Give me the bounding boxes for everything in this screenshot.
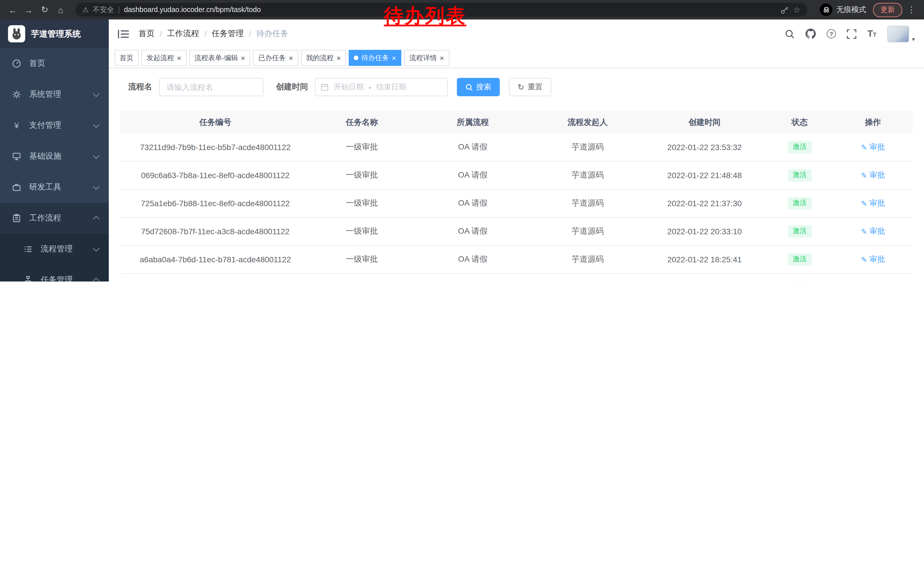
tab-todo-task[interactable]: 待办任务 × [349, 50, 401, 66]
chevron-up-icon [93, 216, 100, 222]
reload-icon[interactable]: ↻ [38, 3, 51, 17]
tab-process-detail[interactable]: 流程详情 × [404, 50, 449, 66]
sidebar-item-system[interactable]: 系统管理 [0, 79, 109, 110]
column-header-status: 状态 [766, 111, 833, 134]
tab-start-process[interactable]: 发起流程 × [141, 50, 186, 66]
process-cell: 测试多审批人 [413, 273, 532, 281]
sidebar-menu: 首页 系统管理 ¥ 支付管理 [0, 48, 109, 281]
date-range-picker[interactable]: 开始日期 - 结束日期 [315, 78, 448, 96]
forward-icon[interactable]: → [22, 3, 36, 17]
sidebar-item-label: 首页 [29, 59, 99, 69]
navbar-actions: ? TT ▾ [785, 26, 915, 42]
start-date-placeholder: 开始日期 [334, 82, 363, 92]
column-header-process: 所属流程 [413, 111, 532, 134]
search-button-label: 搜索 [476, 82, 491, 92]
approve-link-label: 审批 [869, 198, 885, 209]
search-button[interactable]: 搜索 [457, 78, 500, 96]
close-icon[interactable]: × [392, 54, 396, 62]
user-avatar[interactable]: ▾ [887, 26, 915, 42]
search-icon[interactable] [785, 29, 795, 39]
breadcrumb-item[interactable]: 工作流程 [167, 29, 199, 39]
sidebar-item-task-mgmt[interactable]: 任务管理 [0, 264, 109, 281]
task-name-cell: 一级审批 [310, 217, 413, 245]
key-icon[interactable] [781, 6, 789, 14]
table-row: 069c6a63-7b8a-11ec-8ef0-acde48001122 一级审… [120, 161, 912, 189]
chevron-down-icon [93, 90, 100, 97]
tab-label: 发起流程 [147, 53, 174, 63]
sidebar-item-infrastructure[interactable]: 基础设施 [0, 141, 109, 172]
url-text: dashboard.yudao.iocoder.cn/bpm/task/todo [124, 6, 261, 14]
sidebar-toggle-icon[interactable] [118, 29, 129, 39]
app-logo-row[interactable]: 芋道管理系统 [0, 20, 109, 48]
process-name-input[interactable] [159, 78, 263, 96]
close-icon[interactable]: × [440, 54, 444, 62]
table-row: 73211d9d-7b9b-11ec-b5b7-acde48001122 一级审… [120, 134, 912, 161]
task-id-cell: 069c6a63-7b8a-11ec-8ef0-acde48001122 [120, 161, 310, 189]
breadcrumb-separator: / [204, 29, 207, 38]
font-size-icon[interactable]: TT [867, 29, 876, 38]
help-icon[interactable]: ? [826, 29, 836, 38]
approve-link[interactable]: ✎ 审批 [861, 142, 885, 152]
chevron-up-icon [93, 278, 100, 281]
column-header-task-name: 任务名称 [310, 111, 413, 134]
status-badge: 激活 [788, 141, 812, 153]
create-time-cell: 2022-01-22 18:25:41 [643, 245, 766, 273]
approve-link[interactable]: ✎ 审批 [861, 198, 885, 209]
tab-label: 流程详情 [410, 53, 437, 63]
screen: ← → ↻ ⌂ ⚠ 不安全 | dashboard.yudao.iocoder.… [0, 0, 924, 281]
tab-label: 首页 [120, 53, 134, 63]
chevron-down-icon [93, 245, 100, 252]
update-button[interactable]: 更新 [873, 3, 902, 17]
star-icon[interactable]: ☆ [793, 5, 800, 14]
table-row: 8f0d1619-7ac8-11ec-a9e2-a2380e71991a 1.2… [120, 273, 912, 281]
task-name-cell: 一级审批 [310, 189, 413, 217]
fullscreen-icon[interactable] [847, 29, 856, 39]
task-name-cell: 一级审批 [310, 134, 413, 161]
reset-button[interactable]: ↻ 重置 [509, 78, 551, 96]
tab-label: 待办任务 [362, 53, 389, 63]
yen-icon: ¥ [12, 121, 22, 130]
github-icon[interactable] [806, 29, 816, 39]
close-icon[interactable]: × [288, 54, 293, 62]
tab-home[interactable]: 首页 [114, 50, 138, 66]
browser-menu-icon[interactable]: ⋮ [904, 3, 918, 17]
breadcrumb-item[interactable]: 任务管理 [212, 29, 244, 39]
tab-form-edit[interactable]: 流程表单-编辑 × [189, 50, 250, 66]
back-icon[interactable]: ← [6, 3, 20, 17]
initiator-cell: 芋道源码 [532, 245, 643, 273]
sidebar-item-process-mgmt[interactable]: 流程管理 [0, 234, 109, 264]
active-dot [354, 56, 358, 60]
url-bar[interactable]: ⚠ 不安全 | dashboard.yudao.iocoder.cn/bpm/t… [76, 3, 807, 17]
incognito-badge: 无痕模式 [820, 3, 866, 16]
tab-my-process[interactable]: 我的流程 × [301, 50, 346, 66]
approve-link[interactable]: ✎ 审批 [861, 226, 885, 237]
table-header-row: 任务编号 任务名称 所属流程 流程发起人 创建时间 状态 操作 [120, 111, 912, 134]
task-id-cell: 725a1eb6-7b88-11ec-8ef0-acde48001122 [120, 189, 310, 217]
calendar-icon [321, 83, 328, 91]
close-icon[interactable]: × [241, 54, 245, 62]
close-icon[interactable]: × [337, 54, 341, 62]
not-secure-icon: ⚠ [82, 6, 89, 14]
approve-link[interactable]: ✎ 审批 [861, 254, 885, 264]
sidebar-item-workflow[interactable]: 工作流程 [0, 203, 109, 234]
chevron-down-icon [93, 183, 100, 190]
actions-cell: ✎ 审批 [833, 161, 912, 189]
sidebar-item-home[interactable]: 首页 [0, 48, 109, 79]
process-cell: OA 请假 [413, 189, 532, 217]
home-icon[interactable]: ⌂ [54, 3, 68, 17]
process-cell: OA 请假 [413, 161, 532, 189]
url-divider: | [118, 6, 120, 14]
status-cell: 激活 [766, 245, 833, 273]
close-icon[interactable]: × [177, 54, 181, 62]
tab-done-task[interactable]: 已办任务 × [253, 50, 298, 66]
sidebar-item-payment[interactable]: ¥ 支付管理 [0, 110, 109, 141]
approve-link[interactable]: ✎ 审批 [861, 170, 885, 180]
sidebar-item-devtools[interactable]: 研发工具 [0, 172, 109, 203]
tab-label: 已办任务 [258, 53, 286, 63]
initiator-cell: 芋道源码 [532, 217, 643, 245]
breadcrumb-item[interactable]: 首页 [138, 29, 154, 39]
sidebar: 芋道管理系统 首页 [0, 20, 109, 281]
filter-bar: 流程名 创建时间 开始日期 - 结束日期 [128, 78, 912, 96]
clipboard-icon [12, 214, 22, 223]
process-name-label: 流程名 [128, 82, 152, 92]
